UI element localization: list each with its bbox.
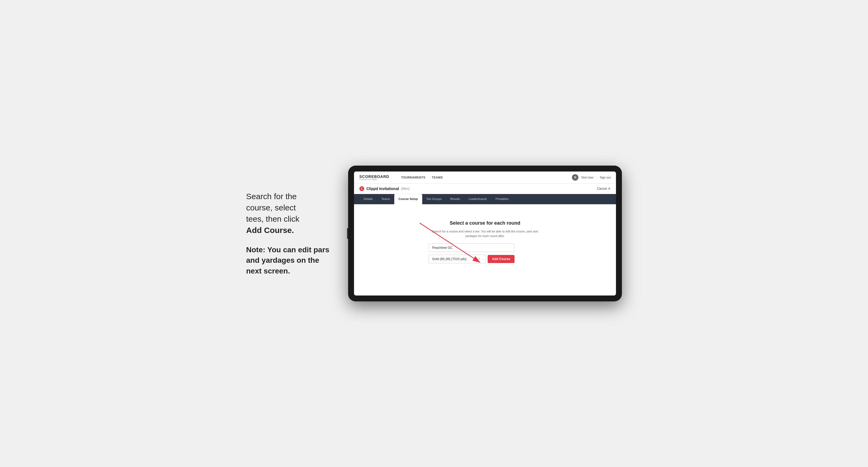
tournament-header: C Clippd Invitational (Men) Cancel ✕ [354, 184, 616, 194]
tablet-device: SCOREBOARD Powered by clippd TOURNAMENTS… [348, 165, 622, 302]
cancel-button[interactable]: Cancel ✕ [597, 187, 611, 191]
logo-sub: Powered by clippd [360, 179, 389, 180]
tournament-title-area: C Clippd Invitational (Men) [360, 186, 410, 191]
tee-clear-button[interactable]: × [478, 257, 480, 261]
user-area: R Test User | Sign out [572, 174, 611, 181]
instruction-line3: tees, then click [246, 214, 299, 223]
add-course-button[interactable]: Add Course [488, 255, 515, 263]
tablet-screen: SCOREBOARD Powered by clippd TOURNAMENTS… [354, 172, 616, 295]
tab-results[interactable]: Results [446, 194, 464, 204]
section-description: Search for a course and select a tee. Yo… [429, 229, 541, 238]
section-title: Select a course for each round [429, 220, 541, 226]
logo-text: SCOREBOARD [360, 175, 389, 179]
tab-leaderboards[interactable]: Leaderboards [464, 194, 491, 204]
logo-block: SCOREBOARD Powered by clippd [360, 175, 389, 180]
tournament-name: Clippd Invitational [366, 187, 399, 191]
nav-tournaments[interactable]: TOURNAMENTS [401, 176, 426, 179]
sign-out-link[interactable]: Sign out [600, 176, 611, 179]
main-content: Select a course for each round Search fo… [354, 204, 616, 295]
tee-select-value: Gold (M) (M) (7010 yds) [432, 257, 466, 261]
tab-course-setup[interactable]: Course Setup [394, 194, 422, 204]
add-course-label: Add Course [492, 257, 510, 261]
tab-details[interactable]: Details [360, 194, 377, 204]
tablet-side-button [347, 228, 348, 239]
tab-teams[interactable]: Teams [377, 194, 394, 204]
course-search-input[interactable] [429, 243, 515, 252]
tee-select-button[interactable]: Gold (M) (M) (7010 yds) [429, 255, 486, 263]
tournament-gender: (Men) [401, 187, 409, 191]
separator: | [596, 176, 597, 179]
instruction-panel: Search for the course, select tees, then… [246, 191, 332, 276]
nav-links: TOURNAMENTS TEAMS [401, 176, 443, 179]
page-wrapper: Search for the course, select tees, then… [246, 165, 622, 302]
instruction-main-text: Search for the course, select tees, then… [246, 191, 332, 236]
top-navbar: SCOREBOARD Powered by clippd TOURNAMENTS… [354, 172, 616, 184]
tab-printables[interactable]: Printables [491, 194, 513, 204]
nav-teams[interactable]: TEAMS [432, 176, 443, 179]
instruction-bold: Add Course. [246, 226, 294, 235]
tee-select-wrapper: Gold (M) (M) (7010 yds) × ⌄ [429, 255, 486, 263]
tab-tee-groups[interactable]: Tee Groups [422, 194, 446, 204]
tee-selector-row: Gold (M) (M) (7010 yds) × ⌄ Add Course [429, 255, 515, 263]
instruction-note: Note: You can edit pars and yardages on … [246, 245, 332, 276]
tee-arrow-icon: ⌄ [482, 258, 484, 260]
clippd-logo: C [360, 186, 364, 191]
logo-area: SCOREBOARD Powered by clippd TOURNAMENTS… [360, 175, 443, 180]
instruction-line2: course, select [246, 203, 296, 212]
user-name: Test User [581, 176, 593, 179]
tabs-navigation: Details Teams Course Setup Tee Groups Re… [354, 194, 616, 204]
note-label: Note: [246, 246, 266, 254]
cancel-icon: ✕ [608, 187, 611, 191]
content-center: Select a course for each round Search fo… [429, 220, 541, 263]
instruction-line1: Search for the [246, 192, 297, 201]
cancel-label: Cancel [597, 187, 607, 191]
avatar: R [572, 174, 579, 181]
